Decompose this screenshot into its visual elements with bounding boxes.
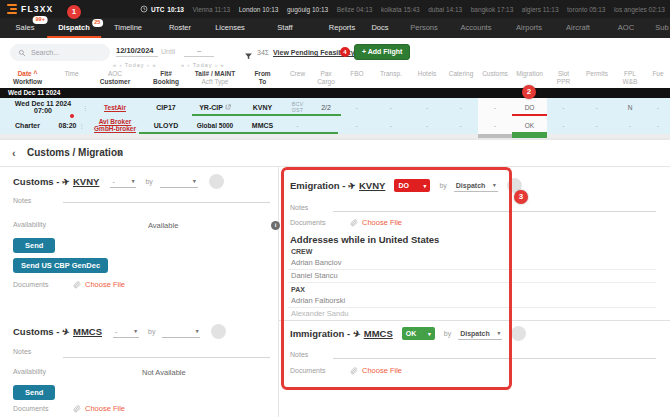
catering-cell[interactable]: - [444, 116, 478, 134]
notes-input[interactable] [333, 204, 656, 212]
col-fbo[interactable]: FBO [342, 68, 372, 88]
fbo-cell[interactable]: - [342, 98, 372, 116]
nav-airports[interactable]: Airports [516, 18, 542, 38]
transp-cell[interactable]: - [372, 98, 410, 116]
slot-cell[interactable]: - [547, 116, 580, 134]
nav-reports[interactable]: Reports [329, 18, 355, 38]
date-group-row: Wed Dec 11 2024 [0, 88, 670, 98]
send-button[interactable]: Send [13, 238, 55, 253]
col-date-workflow[interactable]: Date ^Workflow [0, 68, 55, 88]
nav-sub[interactable]: Sub [655, 18, 668, 38]
fbo-cell[interactable]: - [342, 116, 372, 134]
row-menu-icon[interactable]: ⋮ [78, 122, 84, 129]
col-permits[interactable]: Permits [580, 68, 614, 88]
world-clocks: UTC10:13 Vienna 11:13 London 10:13 gugóu… [140, 0, 665, 18]
col-fuel[interactable]: Fue [646, 68, 670, 88]
nav-timeline[interactable]: Timeline [114, 18, 142, 38]
nav-roster[interactable]: Roster [169, 18, 191, 38]
airport-link-kvny[interactable]: KVNY [359, 180, 385, 191]
customs-cell[interactable]: - [478, 98, 512, 116]
col-from-to[interactable]: FromTo [240, 68, 285, 88]
immigration-status-select[interactable]: OK▾ [402, 327, 435, 340]
choose-file-link[interactable]: Choose File [362, 366, 402, 375]
date-from-field[interactable]: 12/10/2024 [116, 46, 158, 57]
customs-kvny-assignee-select[interactable]: ▾ [160, 175, 198, 188]
col-time[interactable]: Time [55, 68, 88, 88]
col-pax-cargo[interactable]: PaxCargo [310, 68, 342, 88]
nav-sales[interactable]: Sales99+ [16, 18, 35, 38]
emigration-assignee-select[interactable]: Dispatch▾ [454, 179, 498, 192]
info-icon[interactable]: i [271, 221, 280, 230]
aoc-link[interactable]: TestAir [104, 104, 126, 111]
airport-link-kvny[interactable]: KVNY [73, 176, 99, 187]
col-tail-type[interactable]: Tail# / MAINTAcft Type [190, 68, 240, 88]
customs-cell[interactable]: - [478, 116, 512, 134]
next-service-chevron[interactable]: › [118, 147, 122, 159]
choose-file-link[interactable]: Choose File [85, 280, 125, 289]
fl3xx-logo[interactable]: FL3XX [7, 4, 53, 14]
date-to-field[interactable]: – [184, 46, 214, 57]
immigration-assignee-select[interactable]: Dispatch▾ [458, 327, 502, 340]
choose-file-link[interactable]: Choose File [362, 218, 402, 227]
tail-number[interactable]: YR-CIP [199, 104, 223, 111]
col-fpl-wb[interactable]: FPLW&B [614, 68, 646, 88]
prev-service-chevron[interactable]: ‹ [12, 147, 16, 159]
paperclip-icon [350, 218, 358, 227]
customs-mmcs-status-select[interactable]: -▾ [113, 325, 139, 338]
nav-accounts[interactable]: Accounts [461, 18, 492, 38]
customs-mmcs-assignee-select[interactable]: ▾ [162, 325, 200, 338]
plane-takeoff-icon: ✈ [61, 176, 70, 187]
customs-kvny-title: Customs - ✈ KVNY -▾ by ▾ [13, 174, 224, 189]
hotels-cell[interactable]: - [410, 116, 444, 134]
emigration-status-select[interactable]: DO▾ [394, 179, 430, 192]
notes-input[interactable] [63, 193, 270, 203]
choose-file-link[interactable]: Choose File [85, 404, 125, 413]
col-transp[interactable]: Transp. [372, 68, 410, 88]
nav-staff[interactable]: Staff [277, 18, 292, 38]
hotels-cell[interactable]: - [410, 98, 444, 116]
col-crew[interactable]: Crew [285, 68, 310, 88]
send-us-cbp-gendec-button[interactable]: Send US CBP GenDec [13, 258, 108, 273]
nav-dispatch[interactable]: Dispatch25 [58, 18, 90, 38]
col-customs[interactable]: Customs [478, 68, 512, 88]
fuel-cell[interactable]: - [646, 116, 670, 134]
airport-link-mmcs[interactable]: MMCS [364, 328, 393, 339]
transp-cell[interactable]: - [372, 116, 410, 134]
permits-cell[interactable]: - [580, 98, 614, 116]
customs-kvny-status-select[interactable]: -▾ [110, 175, 136, 188]
permits-cell[interactable]: - [580, 116, 614, 134]
fuel-cell[interactable]: - [646, 98, 670, 116]
airport-link-mmcs[interactable]: MMCS [73, 326, 102, 337]
fpl-cell[interactable]: - [614, 116, 646, 134]
catering-cell[interactable]: - [444, 98, 478, 116]
nav-aircraft[interactable]: Aircraft [566, 18, 590, 38]
customer-link[interactable]: Avi Broker GmbH-broker [88, 118, 142, 132]
documents-row: Documents Choose File [290, 218, 402, 227]
slot-cell[interactable]: - [547, 98, 580, 116]
nav-docs[interactable]: Docs [371, 18, 388, 38]
col-slot-ppr[interactable]: SlotPPR [547, 68, 580, 88]
availability-label: Availability [13, 368, 46, 375]
search-input[interactable] [31, 49, 101, 56]
add-flight-button[interactable]: + Add Flight [354, 44, 410, 60]
nav-licenses[interactable]: Licenses [215, 18, 245, 38]
col-hotels[interactable]: Hotels [410, 68, 444, 88]
notes-input[interactable] [333, 351, 656, 359]
col-flt-booking[interactable]: Flt#Booking [142, 68, 190, 88]
crew-initials[interactable]: BCVDST [292, 101, 303, 113]
filter-icon[interactable] [244, 47, 253, 65]
clock-icon [140, 5, 148, 13]
external-link-icon[interactable] [225, 104, 231, 110]
search-box[interactable] [10, 44, 110, 61]
col-aoc-customer[interactable]: AOCCustomer [88, 68, 142, 88]
send-button[interactable]: Send [13, 385, 55, 400]
nav-persons[interactable]: Persons [410, 18, 438, 38]
workflow-type[interactable]: Charter [0, 116, 55, 134]
notes-input[interactable] [63, 350, 270, 358]
panel-divider [278, 166, 279, 417]
col-catering[interactable]: Catering [444, 68, 478, 88]
alert-dot [70, 114, 74, 118]
nav-aoc[interactable]: AOC [618, 18, 634, 38]
flight-number[interactable]: CIP17 [142, 98, 190, 116]
fpl-cell[interactable]: N [614, 98, 646, 116]
